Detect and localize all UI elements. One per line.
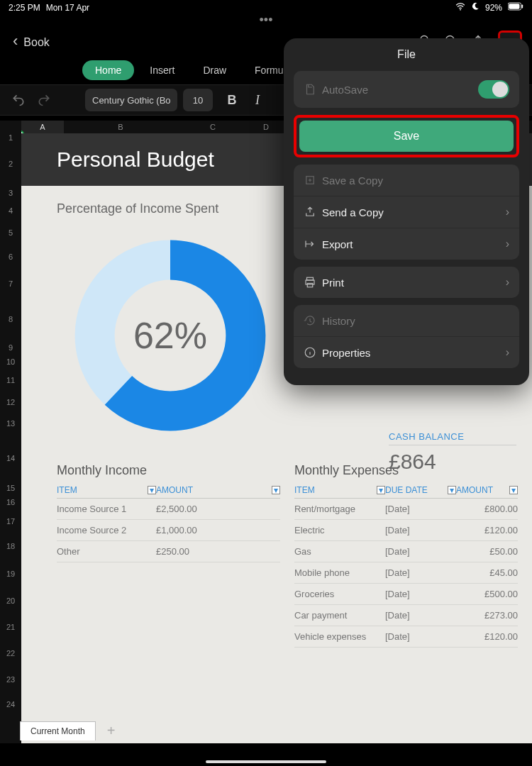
export-label: Export (322, 238, 506, 250)
status-time: 2:25 PM (9, 3, 40, 13)
col-B[interactable]: B (64, 121, 177, 133)
tab-insert[interactable]: Insert (137, 60, 187, 80)
filter-icon[interactable]: ▾ (272, 486, 280, 494)
row-header[interactable]: 17 (0, 511, 21, 532)
table-row[interactable]: Electric[Date]£120.00 (294, 520, 518, 541)
row-header[interactable]: 3 (0, 186, 21, 200)
multitask-dots[interactable]: ••• (0, 13, 532, 28)
row-header[interactable]: 20 (0, 587, 21, 614)
back-button[interactable]: ‹ (7, 32, 23, 53)
cell-item: Other (57, 546, 156, 557)
print-row[interactable]: Print › (294, 267, 519, 298)
row-header[interactable]: 8 (0, 298, 21, 340)
row-header[interactable]: 23 (0, 667, 21, 692)
cell-item: Income Source 1 (57, 504, 156, 514)
table-row[interactable]: Income Source 2£1,000.00 (57, 520, 280, 541)
cell-amount: £250.00 (156, 546, 280, 557)
row-header[interactable]: 21 (0, 614, 21, 640)
properties-row[interactable]: Properties › (294, 336, 519, 368)
sheet-tab-current[interactable]: Current Month (20, 721, 96, 740)
cell-date: [Date] (385, 546, 456, 557)
row-header[interactable]: 6 (0, 244, 21, 270)
tab-draw[interactable]: Draw (190, 60, 239, 80)
filter-icon[interactable]: ▾ (148, 486, 156, 494)
table-row[interactable]: Car payment[Date]£273.00 (294, 605, 518, 626)
row-header[interactable]: 22 (0, 640, 21, 667)
row-header[interactable]: 19 (0, 560, 21, 587)
income-hdr-item[interactable]: ITEM (57, 485, 77, 495)
row-header[interactable]: 14 (0, 434, 21, 482)
send-copy-row[interactable]: Send a Copy › (294, 196, 519, 228)
cell-date: [Date] (385, 610, 456, 621)
row-header[interactable]: 11 (0, 369, 21, 392)
exp-hdr-item[interactable]: ITEM (294, 485, 315, 495)
row-header[interactable]: 12 (0, 392, 21, 413)
cell-item: Vehicle expenses (294, 631, 385, 642)
table-row[interactable]: Groceries[Date]£500.00 (294, 584, 518, 605)
table-row[interactable]: Other£250.00 (57, 541, 280, 562)
redo-button[interactable] (31, 87, 57, 113)
export-row[interactable]: Export › (294, 228, 519, 260)
autosave-label: AutoSave (322, 84, 478, 96)
filter-icon[interactable]: ▾ (377, 486, 385, 494)
row-header[interactable]: 10 (0, 355, 21, 369)
row-header[interactable]: 2 (0, 142, 21, 186)
col-A[interactable]: A (21, 121, 64, 133)
donut-value: 62% (71, 236, 270, 435)
cell-amount: £120.00 (456, 525, 518, 535)
table-row[interactable]: Income Source 1£2,500.00 (57, 499, 280, 520)
exp-hdr-amount[interactable]: AMOUNT (456, 485, 493, 495)
history-row[interactable]: History (294, 305, 519, 336)
income-hdr-amount[interactable]: AMOUNT (156, 485, 193, 495)
svg-rect-2 (509, 4, 519, 9)
cell-item: Rent/mortgage (294, 504, 385, 514)
cell-amount: £50.00 (456, 546, 518, 557)
col-D[interactable]: D (248, 121, 284, 133)
battery-pct: 92% (485, 3, 502, 13)
table-row[interactable]: Mobile phone[Date]£45.00 (294, 562, 518, 584)
svg-rect-10 (307, 284, 313, 287)
autosave-row[interactable]: AutoSave (294, 71, 519, 108)
cell-amount: £45.00 (456, 567, 518, 578)
row-header[interactable]: 9 (0, 340, 21, 355)
row-header[interactable]: 1 (0, 133, 21, 142)
row-header[interactable]: 7 (0, 270, 21, 298)
print-label: Print (322, 277, 506, 289)
document-title[interactable]: Book (23, 36, 49, 49)
row-header[interactable]: 15 (0, 482, 21, 493)
save-copy-label: Save a Copy (322, 174, 509, 187)
row-header[interactable]: 5 (0, 221, 21, 244)
status-date: Mon 17 Apr (46, 3, 89, 13)
font-select[interactable]: Century Gothic (Bo (85, 89, 177, 111)
table-row[interactable]: Vehicle expenses[Date]£120.00 (294, 626, 518, 648)
filter-icon[interactable]: ▾ (448, 486, 456, 494)
table-row[interactable]: Gas[Date]£50.00 (294, 541, 518, 562)
undo-button[interactable] (6, 87, 31, 113)
bold-button[interactable]: B (221, 93, 243, 108)
history-icon (304, 314, 322, 327)
exp-hdr-date[interactable]: DUE DATE (385, 485, 428, 495)
table-row[interactable]: Rent/mortgage[Date]£800.00 (294, 499, 518, 520)
row-header[interactable]: 24 (0, 692, 21, 716)
cell-amount: £2,500.00 (156, 504, 280, 514)
row-header[interactable]: 16 (0, 493, 21, 511)
autosave-toggle[interactable] (478, 80, 509, 99)
row-headers[interactable]: 123456789101112131415161718192021222324 (0, 121, 21, 743)
tab-home[interactable]: Home (82, 60, 134, 80)
add-sheet-button[interactable]: + (101, 723, 121, 739)
italic-button[interactable]: I (247, 93, 268, 108)
cell-item: Electric (294, 525, 385, 535)
home-indicator[interactable] (206, 760, 326, 763)
file-menu-panel: File AutoSave Save Save a Copy Send a Co… (284, 38, 529, 385)
col-C[interactable]: C (177, 121, 248, 133)
row-header[interactable]: 18 (0, 532, 21, 560)
row-header[interactable]: 13 (0, 413, 21, 434)
font-size-select[interactable]: 10 (183, 89, 213, 111)
row-header[interactable]: 4 (0, 200, 21, 221)
save-copy-row[interactable]: Save a Copy (294, 165, 519, 196)
save-button[interactable]: Save (299, 121, 514, 152)
expenses-table: Monthly Expenses ITEM▾ DUE DATE▾ AMOUNT▾… (294, 463, 518, 648)
chevron-right-icon: › (506, 206, 509, 218)
cell-date: [Date] (385, 631, 456, 642)
filter-icon[interactable]: ▾ (509, 486, 518, 494)
